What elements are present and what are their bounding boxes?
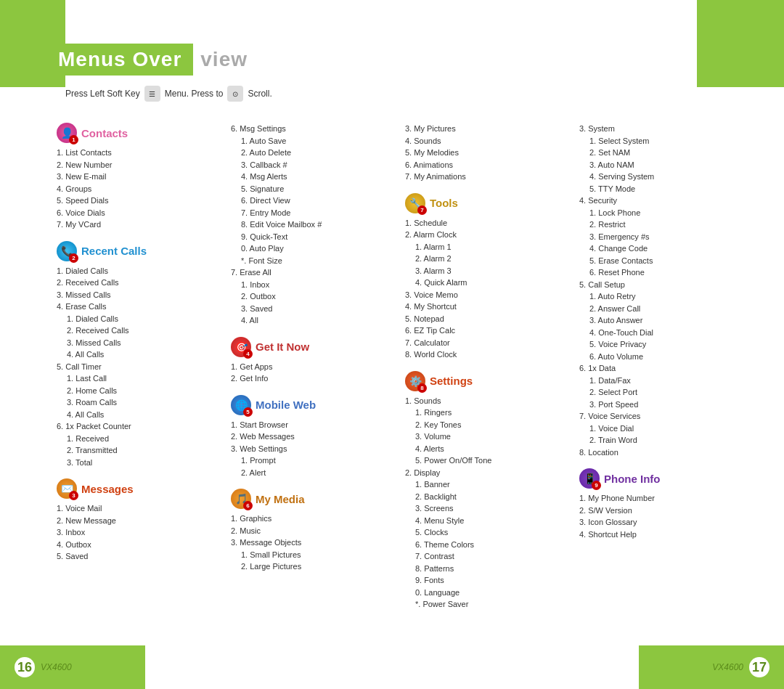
list-item: 2. Music [231, 525, 393, 537]
list-item: 2. Key Tones [415, 419, 568, 431]
list-item: 6. Reset Phone [589, 266, 742, 279]
list-item: 5. Erase Contacts [589, 255, 742, 267]
list-item: 8. Edit Voice Mailbox # [241, 219, 393, 231]
list-item: 2. Alarm Clock [405, 229, 568, 241]
list-item: 5. TTY Mode [589, 183, 742, 195]
list-item: 3. Port Speed [589, 399, 742, 411]
list-item: 1. Alarm 1 [415, 241, 568, 253]
list-item: 3. Emergency #s [589, 231, 742, 243]
tools-icon: 🔧 7 [405, 193, 425, 213]
list-item: 3. Missed Calls [67, 337, 219, 349]
messages-num: 3 [69, 491, 78, 500]
phoneinfo-title: Phone Info [604, 473, 661, 485]
list-item: 3. New E-mail [57, 171, 219, 183]
list-item: 3. Auto Answer [589, 314, 742, 327]
list-item: 1. Dialed Calls [57, 265, 219, 277]
mymedia-icon: 🎵 6 [231, 489, 251, 509]
list-item: 3. Alarm 3 [415, 265, 568, 277]
list-item: 6. Theme Colors [415, 539, 568, 551]
list-item: 5. Power On/Off Tone [415, 454, 568, 467]
list-item: 1. Lock Phone [589, 207, 742, 219]
list-item: 3. Roam Calls [67, 396, 219, 409]
list-item: 1. My Phone Number [579, 492, 742, 505]
page: 16 VX4600 VX4600 17 Menus Over view Pres… [0, 0, 784, 689]
list-item: 2. Backlight [415, 491, 568, 503]
messages-header: ✉️ 3 Messages [57, 478, 219, 499]
mymedia-title: My Media [256, 493, 305, 505]
phoneinfo-header: 📱 9 Phone Info [579, 468, 742, 489]
mobileweb-header: 🌐 5 Mobile Web [231, 395, 393, 415]
list-item: 5. Call Timer [57, 361, 219, 373]
menu-icon: ☰ [144, 86, 160, 102]
list-item: 0. Language [415, 587, 568, 599]
title-green: Menus Over [44, 44, 193, 76]
column-4: 3. System 1. Select System 2. Set NAM 3.… [573, 113, 748, 638]
system-list: 3. System 1. Select System 2. Set NAM 3.… [579, 123, 742, 458]
recent-calls-list: 1. Dialed Calls 2. Received Calls 3. Mis… [57, 265, 219, 469]
scroll-icon: ⊙ [227, 86, 243, 102]
title-bar: Menus Over view [44, 44, 784, 76]
list-item: 4. Alerts [415, 443, 568, 455]
list-item: 3. Inbox [57, 526, 219, 539]
list-item: 1. Auto Retry [589, 290, 742, 303]
list-item: 3. Total [67, 457, 219, 469]
list-item: 1. Voice Dial [589, 423, 742, 435]
list-item: 1. Received [67, 433, 219, 445]
list-item: 4. Change Code [589, 242, 742, 255]
list-item: 2. Received Calls [67, 325, 219, 337]
list-item: 3. System [579, 123, 742, 135]
messages-icon: ✉️ 3 [57, 478, 77, 499]
list-item: 5. Call Setup [579, 279, 742, 291]
getit-title: Get It Now [256, 341, 309, 353]
list-item: 5. Signature [241, 183, 393, 195]
list-item: 1. Inbox [241, 279, 393, 291]
getit-icon: 🎯 4 [231, 337, 251, 357]
list-item: 3. Volume [415, 431, 568, 443]
list-item: 1. Schedule [405, 217, 568, 229]
page-number-left: 16 [15, 657, 35, 677]
list-item: 1. Graphics [231, 513, 393, 525]
messages-list: 1. Voice Mail 2. New Message 3. Inbox 4.… [57, 502, 219, 563]
list-item: 1. Small Pictures [241, 549, 393, 561]
phoneinfo-num: 9 [592, 481, 601, 490]
instruction-scroll: Scroll. [248, 89, 271, 99]
list-item: 1. Auto Save [241, 135, 393, 147]
column-2: 6. Msg Settings 1. Auto Save 2. Auto Del… [225, 113, 399, 638]
list-item: 3. Web Settings [231, 443, 393, 455]
corner-bottom-left: 16 VX4600 [0, 645, 145, 689]
mymedia-header: 🎵 6 My Media [231, 489, 393, 509]
settings-list: 1. Sounds 1. Ringers 2. Key Tones 3. Vol… [405, 395, 568, 611]
list-item: 4. Groups [57, 183, 219, 195]
contacts-icon: 👤 1 [57, 123, 77, 143]
list-item: 2. Get Info [231, 372, 393, 385]
settings-title: Settings [430, 375, 473, 387]
list-item: 7. My VCard [57, 219, 219, 231]
list-item: 2. Transmitted [67, 444, 219, 457]
list-item: 2. Auto Delete [241, 147, 393, 159]
list-item: 2. Train Word [589, 434, 742, 447]
tools-header: 🔧 7 Tools [405, 193, 568, 213]
list-item: 4. Security [579, 195, 742, 207]
phoneinfo-icon: 📱 9 [579, 468, 600, 489]
list-item: 5. Saved [57, 550, 219, 563]
getit-num: 4 [243, 349, 253, 359]
list-item: 8. Location [579, 447, 742, 459]
list-item: 3. Auto NAM [589, 159, 742, 171]
phoneinfo-list: 1. My Phone Number 2. S/W Version 3. Ico… [579, 492, 742, 540]
list-item: 1. Sounds [405, 395, 568, 407]
list-item: 3. My Pictures [405, 123, 568, 135]
list-item: 1. Start Browser [231, 419, 393, 431]
mobileweb-num: 5 [243, 407, 253, 417]
list-item: 4. Serving System [589, 171, 742, 183]
list-item: 4. Menu Style [415, 515, 568, 527]
list-item: 7. Entry Mode [241, 207, 393, 219]
list-item: 2. Web Messages [231, 431, 393, 443]
list-item: 2. S/W Version [579, 505, 742, 517]
settings-icon: ⚙️ 8 [405, 371, 425, 391]
getit-header: 🎯 4 Get It Now [231, 337, 393, 357]
messages-title: Messages [81, 483, 134, 495]
list-item: 6. Voice Dials [57, 207, 219, 219]
list-item: 4. My Shortcut [405, 301, 568, 313]
list-item: 5. My Melodies [405, 147, 568, 159]
list-item: 3. Message Objects [231, 537, 393, 549]
